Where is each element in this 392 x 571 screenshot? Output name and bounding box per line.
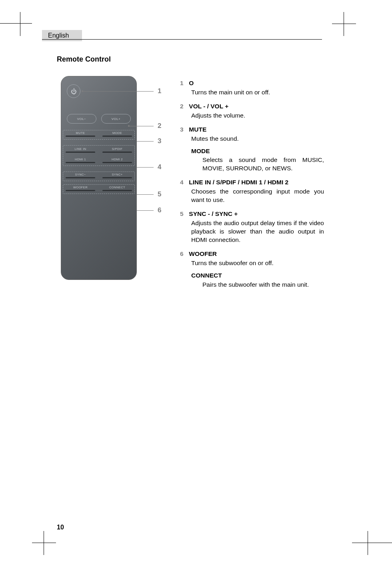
sync-minus-button: SYNC−: [66, 173, 95, 178]
connect-button: CONNECT: [102, 186, 132, 191]
desc-item-6-sub: CONNECT Pairs the subwoofer with the mai…: [191, 272, 324, 289]
woofer-button: WOOFER: [66, 186, 95, 191]
hdmi1-button: HDMI 1: [66, 158, 95, 163]
group-sync: SYNC− SYNC+: [63, 172, 135, 181]
callout-1: 1: [158, 87, 161, 95]
desc-item-6: 6 WOOFER Turns the subwoofer on or off. …: [180, 250, 324, 289]
callout-3: 3: [158, 137, 161, 145]
leader-line-6: [137, 210, 154, 211]
desc-item-3: 3 MUTE Mutes the sound. MODE Selects a s…: [180, 126, 324, 173]
crop-mark-bottom-right: [352, 531, 392, 555]
sync-plus-button: SYNC+: [102, 173, 132, 178]
group-inputs: LINE IN S/PDIF HDMI 1 HDMI 2: [63, 145, 135, 166]
crop-mark-bottom-left: [32, 531, 56, 555]
desc-item-4: 4 LINE IN / S/PDIF / HDMI 1 / HDMI 2 Cho…: [180, 178, 324, 204]
remote-control-illustration: ⏻ VOL− VOL+ MUTE MODE LINE IN S: [61, 76, 177, 280]
power-icon: ⏻: [71, 88, 77, 95]
row-vol: VOL− VOL+: [67, 114, 131, 124]
desc-item-1: 1 O Turns the main unit on or off.: [180, 79, 324, 97]
leader-line-2: [130, 126, 154, 126]
linein-button: LINE IN: [66, 147, 95, 153]
description-column: 1 O Turns the main unit on or off. 2 VOL…: [180, 79, 324, 294]
callout-6: 6: [158, 206, 161, 214]
group-mute-mode: MUTE MODE: [63, 130, 135, 140]
desc-item-5: 5 SYNC - / SYNC + Adjusts the audio outp…: [180, 210, 324, 244]
leader-line-4: [137, 167, 154, 168]
mute-button: MUTE: [66, 131, 95, 137]
callout-2: 2: [158, 122, 161, 130]
spdif-button: S/PDIF: [102, 147, 132, 153]
page-number: 10: [57, 524, 64, 531]
crop-mark-top-right: [332, 12, 356, 36]
callout-4: 4: [158, 163, 161, 171]
leader-line-3: [137, 141, 154, 142]
crop-mark-top-left: [0, 12, 32, 36]
callout-5: 5: [158, 190, 161, 198]
section-title: Remote Control: [57, 55, 111, 64]
vol-minus-button: VOL−: [67, 114, 96, 124]
leader-line-1: [83, 91, 154, 92]
mode-button: MODE: [102, 131, 132, 137]
power-button: ⏻: [67, 84, 80, 98]
header-divider: [42, 39, 322, 40]
group-woofer: WOOFER CONNECT: [63, 184, 135, 194]
desc-item-2: 2 VOL - / VOL + Adjusts the volume.: [180, 102, 324, 120]
desc-item-3-sub: MODE Selects a sound mode from MUSIC, MO…: [191, 147, 324, 173]
remote-body: ⏻ VOL− VOL+ MUTE MODE LINE IN S: [61, 76, 137, 280]
vol-plus-button: VOL+: [101, 114, 131, 124]
hdmi2-button: HDMI 2: [102, 158, 132, 163]
leader-line-5: [137, 194, 154, 195]
